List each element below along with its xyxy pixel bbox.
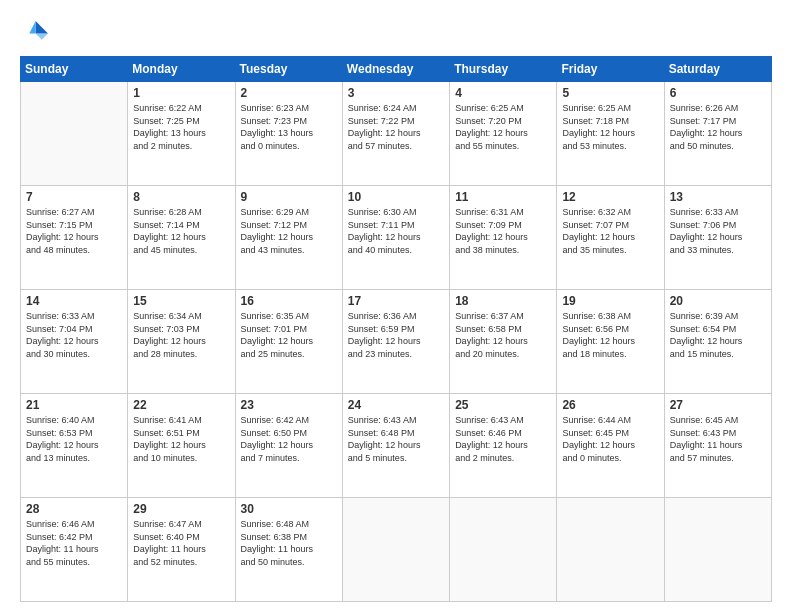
day-info: Sunrise: 6:47 AMSunset: 6:40 PMDaylight:… [133,518,229,568]
table-row: 15Sunrise: 6:34 AMSunset: 7:03 PMDayligh… [128,290,235,394]
col-tuesday: Tuesday [235,57,342,82]
day-info: Sunrise: 6:45 AMSunset: 6:43 PMDaylight:… [670,414,766,464]
day-number: 20 [670,294,766,308]
col-sunday: Sunday [21,57,128,82]
table-row: 11Sunrise: 6:31 AMSunset: 7:09 PMDayligh… [450,186,557,290]
day-info: Sunrise: 6:43 AMSunset: 6:46 PMDaylight:… [455,414,551,464]
col-thursday: Thursday [450,57,557,82]
day-info: Sunrise: 6:25 AMSunset: 7:18 PMDaylight:… [562,102,658,152]
calendar-header-row: Sunday Monday Tuesday Wednesday Thursday… [21,57,772,82]
table-row: 21Sunrise: 6:40 AMSunset: 6:53 PMDayligh… [21,394,128,498]
day-info: Sunrise: 6:31 AMSunset: 7:09 PMDaylight:… [455,206,551,256]
day-info: Sunrise: 6:42 AMSunset: 6:50 PMDaylight:… [241,414,337,464]
table-row: 14Sunrise: 6:33 AMSunset: 7:04 PMDayligh… [21,290,128,394]
day-info: Sunrise: 6:41 AMSunset: 6:51 PMDaylight:… [133,414,229,464]
table-row [664,498,771,602]
col-friday: Friday [557,57,664,82]
table-row: 29Sunrise: 6:47 AMSunset: 6:40 PMDayligh… [128,498,235,602]
day-number: 22 [133,398,229,412]
day-info: Sunrise: 6:40 AMSunset: 6:53 PMDaylight:… [26,414,122,464]
day-number: 24 [348,398,444,412]
day-number: 29 [133,502,229,516]
svg-marker-2 [36,34,48,40]
page: Sunday Monday Tuesday Wednesday Thursday… [0,0,792,612]
table-row: 20Sunrise: 6:39 AMSunset: 6:54 PMDayligh… [664,290,771,394]
day-number: 19 [562,294,658,308]
table-row [557,498,664,602]
day-number: 3 [348,86,444,100]
table-row: 12Sunrise: 6:32 AMSunset: 7:07 PMDayligh… [557,186,664,290]
day-info: Sunrise: 6:33 AMSunset: 7:06 PMDaylight:… [670,206,766,256]
day-info: Sunrise: 6:39 AMSunset: 6:54 PMDaylight:… [670,310,766,360]
day-info: Sunrise: 6:43 AMSunset: 6:48 PMDaylight:… [348,414,444,464]
table-row: 17Sunrise: 6:36 AMSunset: 6:59 PMDayligh… [342,290,449,394]
day-info: Sunrise: 6:35 AMSunset: 7:01 PMDaylight:… [241,310,337,360]
table-row: 3Sunrise: 6:24 AMSunset: 7:22 PMDaylight… [342,82,449,186]
calendar-table: Sunday Monday Tuesday Wednesday Thursday… [20,56,772,602]
day-number: 16 [241,294,337,308]
day-info: Sunrise: 6:34 AMSunset: 7:03 PMDaylight:… [133,310,229,360]
table-row: 19Sunrise: 6:38 AMSunset: 6:56 PMDayligh… [557,290,664,394]
table-row: 18Sunrise: 6:37 AMSunset: 6:58 PMDayligh… [450,290,557,394]
table-row: 4Sunrise: 6:25 AMSunset: 7:20 PMDaylight… [450,82,557,186]
table-row: 5Sunrise: 6:25 AMSunset: 7:18 PMDaylight… [557,82,664,186]
day-info: Sunrise: 6:26 AMSunset: 7:17 PMDaylight:… [670,102,766,152]
day-number: 28 [26,502,122,516]
table-row [342,498,449,602]
day-info: Sunrise: 6:27 AMSunset: 7:15 PMDaylight:… [26,206,122,256]
table-row: 16Sunrise: 6:35 AMSunset: 7:01 PMDayligh… [235,290,342,394]
table-row: 13Sunrise: 6:33 AMSunset: 7:06 PMDayligh… [664,186,771,290]
day-number: 2 [241,86,337,100]
col-saturday: Saturday [664,57,771,82]
day-number: 14 [26,294,122,308]
day-number: 6 [670,86,766,100]
day-info: Sunrise: 6:28 AMSunset: 7:14 PMDaylight:… [133,206,229,256]
logo [20,18,52,46]
day-number: 7 [26,190,122,204]
table-row: 10Sunrise: 6:30 AMSunset: 7:11 PMDayligh… [342,186,449,290]
day-number: 21 [26,398,122,412]
col-monday: Monday [128,57,235,82]
day-info: Sunrise: 6:25 AMSunset: 7:20 PMDaylight:… [455,102,551,152]
table-row: 23Sunrise: 6:42 AMSunset: 6:50 PMDayligh… [235,394,342,498]
day-info: Sunrise: 6:38 AMSunset: 6:56 PMDaylight:… [562,310,658,360]
table-row: 8Sunrise: 6:28 AMSunset: 7:14 PMDaylight… [128,186,235,290]
table-row: 24Sunrise: 6:43 AMSunset: 6:48 PMDayligh… [342,394,449,498]
day-info: Sunrise: 6:23 AMSunset: 7:23 PMDaylight:… [241,102,337,152]
day-number: 18 [455,294,551,308]
svg-marker-0 [36,21,48,33]
day-number: 15 [133,294,229,308]
day-info: Sunrise: 6:36 AMSunset: 6:59 PMDaylight:… [348,310,444,360]
day-number: 1 [133,86,229,100]
day-number: 10 [348,190,444,204]
day-number: 25 [455,398,551,412]
calendar-week-row: 7Sunrise: 6:27 AMSunset: 7:15 PMDaylight… [21,186,772,290]
day-info: Sunrise: 6:24 AMSunset: 7:22 PMDaylight:… [348,102,444,152]
day-number: 11 [455,190,551,204]
table-row: 9Sunrise: 6:29 AMSunset: 7:12 PMDaylight… [235,186,342,290]
calendar-week-row: 1Sunrise: 6:22 AMSunset: 7:25 PMDaylight… [21,82,772,186]
day-info: Sunrise: 6:22 AMSunset: 7:25 PMDaylight:… [133,102,229,152]
table-row: 26Sunrise: 6:44 AMSunset: 6:45 PMDayligh… [557,394,664,498]
header [20,18,772,46]
day-number: 9 [241,190,337,204]
svg-marker-1 [29,21,35,33]
day-number: 4 [455,86,551,100]
table-row: 28Sunrise: 6:46 AMSunset: 6:42 PMDayligh… [21,498,128,602]
calendar-week-row: 28Sunrise: 6:46 AMSunset: 6:42 PMDayligh… [21,498,772,602]
day-info: Sunrise: 6:30 AMSunset: 7:11 PMDaylight:… [348,206,444,256]
day-info: Sunrise: 6:46 AMSunset: 6:42 PMDaylight:… [26,518,122,568]
table-row: 30Sunrise: 6:48 AMSunset: 6:38 PMDayligh… [235,498,342,602]
table-row [21,82,128,186]
day-info: Sunrise: 6:48 AMSunset: 6:38 PMDaylight:… [241,518,337,568]
table-row [450,498,557,602]
col-wednesday: Wednesday [342,57,449,82]
day-number: 30 [241,502,337,516]
day-info: Sunrise: 6:32 AMSunset: 7:07 PMDaylight:… [562,206,658,256]
day-info: Sunrise: 6:44 AMSunset: 6:45 PMDaylight:… [562,414,658,464]
table-row: 2Sunrise: 6:23 AMSunset: 7:23 PMDaylight… [235,82,342,186]
day-number: 12 [562,190,658,204]
day-info: Sunrise: 6:37 AMSunset: 6:58 PMDaylight:… [455,310,551,360]
day-info: Sunrise: 6:33 AMSunset: 7:04 PMDaylight:… [26,310,122,360]
logo-icon [20,18,48,46]
